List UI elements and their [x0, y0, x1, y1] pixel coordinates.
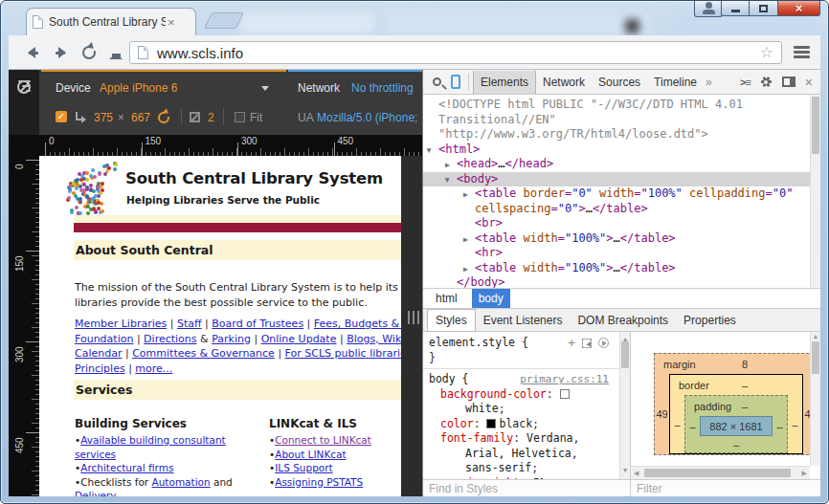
throttling-icon[interactable]	[18, 80, 31, 95]
breadcrumb-html[interactable]: html	[429, 289, 464, 308]
box-model-padding[interactable]: padding – – 882 × 1681 – –	[684, 395, 788, 453]
disclosure-arrow-icon[interactable]: ▶	[463, 187, 468, 203]
sidebar-tab-styles[interactable]: Styles	[427, 309, 476, 332]
dom-node[interactable]: ▶<html>	[423, 142, 820, 158]
rule-selector[interactable]: body {	[429, 372, 469, 387]
inspect-element-icon[interactable]	[433, 77, 441, 86]
disclosure-arrow-icon[interactable]: ▶	[463, 262, 468, 277]
dom-node[interactable]: ▶<table width="100%">…</table>	[423, 261, 820, 276]
inline-style-selector[interactable]: element.style {	[429, 336, 528, 351]
disclosure-arrow-icon[interactable]: ▶	[463, 232, 468, 248]
page-link[interactable]: Connect to LINKcat	[275, 434, 371, 446]
device-mode-icon[interactable]	[451, 75, 460, 89]
filter-input[interactable]	[631, 480, 820, 496]
page-link[interactable]: Foundation	[75, 333, 133, 345]
url-text[interactable]: www.scls.info	[157, 45, 760, 61]
devtools-tab-elements[interactable]: Elements	[473, 71, 536, 94]
sidebar-tab-event-listeners[interactable]: Event Listeners	[476, 310, 571, 331]
dpr-field[interactable]: 2	[208, 111, 214, 124]
page-link[interactable]: Available building consultant services	[75, 434, 226, 460]
close-window-button[interactable]: ×	[778, 1, 820, 16]
page-link[interactable]: About LINKcat	[275, 449, 346, 460]
dock-side-icon[interactable]	[782, 77, 795, 87]
dom-node[interactable]: ▶<body>	[423, 172, 820, 187]
network-throttling-select[interactable]: No throttling	[351, 81, 414, 95]
maximize-button[interactable]	[750, 1, 778, 16]
dom-node[interactable]: ▶<table border="0" width="100%" cellpadd…	[423, 186, 820, 216]
page-link[interactable]: Blogs, Wikis & More	[347, 333, 401, 345]
css-property[interactable]: background-color: white;	[440, 387, 609, 417]
width-field[interactable]: 375	[94, 111, 113, 124]
breadcrumb-body[interactable]: body	[472, 289, 510, 308]
address-bar[interactable]: www.scls.info ☆	[129, 41, 782, 64]
stylesheet-link[interactable]: primary.css:11	[520, 372, 609, 387]
more-tabs-icon[interactable]: »	[706, 76, 712, 89]
padding-right-value[interactable]: –	[773, 416, 787, 436]
reload-button[interactable]	[77, 41, 101, 64]
splitter-grip[interactable]	[406, 311, 420, 328]
dom-node[interactable]: ▶<head>…</head>	[423, 157, 820, 172]
padding-bottom-value[interactable]: –	[685, 436, 787, 452]
home-button[interactable]	[103, 41, 128, 64]
new-style-rule-icon[interactable]: +	[568, 336, 575, 351]
box-model-content[interactable]: 882 × 1681	[700, 416, 773, 436]
padding-top-value[interactable]: –	[735, 401, 787, 412]
page-link[interactable]: Calendar	[75, 347, 122, 360]
page-link[interactable]: Staff	[177, 318, 202, 330]
border-top-value[interactable]: –	[726, 380, 802, 391]
page-link[interactable]: Fees, Budgets & Agreement	[314, 318, 401, 330]
page-link[interactable]: ILS Support	[275, 462, 332, 473]
page-link[interactable]: Parking	[212, 333, 251, 345]
find-in-styles-input[interactable]	[423, 480, 630, 496]
devtools-tab-timeline[interactable]: Timeline	[647, 71, 704, 94]
box-model-margin[interactable]: margin 8 49 border – –	[654, 353, 818, 455]
devtools-tab-sources[interactable]: Sources	[592, 71, 647, 94]
page-link[interactable]: Principles	[75, 362, 125, 375]
rotate-device-icon[interactable]	[76, 112, 85, 121]
swap-dimensions-icon[interactable]	[158, 112, 169, 123]
bookmark-star-icon[interactable]: ☆	[760, 45, 773, 60]
device-select[interactable]: Apple iPhone 6	[100, 81, 177, 95]
disclosure-arrow-icon[interactable]: ▶	[440, 178, 456, 183]
dom-node[interactable]: <hr>	[423, 246, 820, 261]
page-link[interactable]: Online Update	[261, 333, 337, 345]
metrics-vertical-scrollbar[interactable]: ▲	[810, 332, 820, 466]
css-property[interactable]: color: black;	[440, 417, 609, 432]
page-link[interactable]: Committees & Governance	[132, 347, 275, 360]
back-button[interactable]	[20, 41, 45, 64]
browser-tab[interactable]: South Central Library Syst ×	[26, 8, 196, 35]
animations-icon[interactable]	[598, 338, 609, 348]
disclosure-arrow-icon[interactable]: ▶	[423, 148, 437, 153]
page-link[interactable]: Delivery	[75, 490, 117, 496]
toggle-element-state-icon[interactable]	[582, 339, 592, 348]
console-drawer-icon[interactable]: >≡	[740, 77, 751, 88]
metrics-horizontal-scrollbar[interactable]: ◀ ▶	[631, 466, 810, 479]
sidebar-tab-properties[interactable]: Properties	[676, 310, 744, 331]
tab-close-icon[interactable]: ×	[168, 16, 175, 29]
margin-top-value[interactable]: 8	[710, 359, 818, 370]
page-link[interactable]: Automation	[152, 476, 211, 488]
new-tab-button[interactable]	[204, 12, 244, 29]
page-link[interactable]: Member Libraries	[75, 318, 167, 330]
page-link[interactable]: Architectural firms	[80, 462, 173, 473]
box-model-border[interactable]: border – – padding –	[669, 374, 803, 454]
menu-icon[interactable]	[794, 46, 810, 49]
padding-left-value[interactable]: –	[685, 416, 700, 436]
device-checkbox[interactable]: ✓	[56, 111, 67, 122]
chevron-down-icon[interactable]	[261, 86, 269, 95]
page-link[interactable]: Assigning PSTATS	[275, 476, 363, 488]
user-agent-field[interactable]: Mozilla/5.0 (iPhone;	[317, 111, 417, 124]
devtools-close-icon[interactable]: ×	[805, 76, 813, 89]
forward-button[interactable]	[49, 41, 74, 64]
sidebar-tab-dom-breakpoints[interactable]: DOM Breakpoints	[570, 310, 676, 331]
gear-icon[interactable]	[760, 76, 773, 88]
minimize-button[interactable]	[721, 1, 750, 16]
css-property[interactable]: font-family: Verdana, Arial, Helvetica, …	[440, 431, 609, 476]
margin-left-value[interactable]: 49	[655, 374, 669, 454]
dom-node[interactable]: <!DOCTYPE html PUBLIC "-//W3C//DTD HTML …	[423, 98, 820, 142]
page-link[interactable]: For SCLS public libraries only	[285, 347, 401, 360]
dom-node[interactable]: </body>	[423, 275, 820, 288]
dom-tree-scrollbar[interactable]	[810, 95, 820, 288]
border-right-value[interactable]: –	[788, 395, 802, 453]
styles-scrollbar[interactable]: ▲ ▼	[619, 332, 630, 479]
